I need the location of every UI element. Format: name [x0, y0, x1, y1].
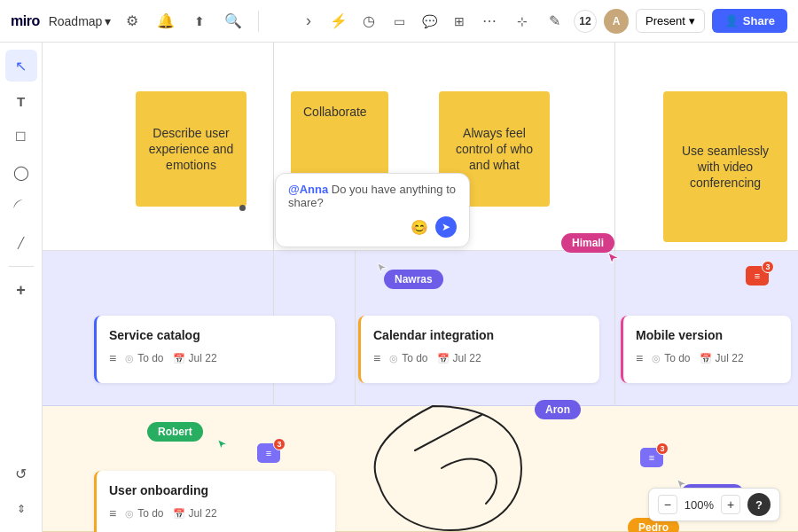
menu-icon: ≡ [109, 351, 116, 365]
zoom-plus-button[interactable]: + [721, 495, 740, 514]
timer-icon[interactable]: ◷ [356, 9, 381, 34]
tool-text[interactable]: T [5, 85, 37, 117]
send-button[interactable]: ➤ [435, 216, 457, 238]
svg-marker-1 [378, 263, 387, 273]
task-card-onboarding[interactable]: User onboarding ≡ ◎ To do 📅 Jul 22 [94, 471, 335, 532]
lightning-icon[interactable]: ⚡ [326, 9, 351, 34]
divider [258, 11, 259, 32]
comment-text: @Anna Do you have anything to share? [288, 183, 457, 209]
date-label: Jul 22 [716, 352, 744, 364]
task-title: User onboarding [109, 483, 323, 497]
task-title: Service catalog [109, 328, 323, 342]
svg-marker-2 [218, 440, 228, 450]
avatar[interactable]: A [604, 9, 629, 34]
comment-icon-symbol: ≡ [266, 448, 271, 458]
task-card-mobile[interactable]: Mobile version ≡ ◎ To do 📅 Jul 22 [621, 316, 791, 383]
chevron-down-icon: ▾ [689, 14, 695, 27]
date-label: Jul 22 [453, 352, 481, 364]
share-button[interactable]: 👤 Share [712, 9, 787, 33]
date-item: 📅 Jul 22 [173, 507, 217, 520]
frame-icon[interactable]: ▭ [387, 9, 411, 34]
status-item: ◎ To do [125, 507, 163, 520]
chat-icon[interactable]: 💬 [417, 9, 442, 34]
present-button[interactable]: Present ▾ [636, 9, 705, 33]
comment-actions: 😊 ➤ [288, 216, 457, 238]
v-divider-4 [355, 251, 356, 406]
nav-left-icon[interactable]: › [296, 9, 321, 34]
tool-expand[interactable]: ⇕ [5, 493, 37, 525]
canvas[interactable]: Describe user experience and emotions Co… [43, 43, 798, 532]
sticky-note-1[interactable]: Describe user experience and emotions [136, 91, 246, 207]
svg-marker-0 [608, 253, 619, 263]
pen-icon[interactable]: ✎ [542, 9, 567, 34]
menu-icon: ≡ [636, 351, 643, 365]
comment-icon-3[interactable]: ≡ 3 [640, 448, 663, 467]
status-icon: ◎ [389, 353, 398, 364]
status-label: To do [664, 352, 690, 364]
v-divider-2 [614, 43, 615, 251]
comment-icon-1[interactable]: ≡ 3 [746, 266, 769, 286]
task-card-service-catalog[interactable]: Service catalog ≡ ◎ To do 📅 Jul 22 [94, 316, 335, 383]
user-label-robert: Robert [147, 422, 203, 442]
topbar: miro Roadmap ▾ ⚙ 🔔 ⬆ 🔍 › ⚡ ◷ ▭ 💬 ⊞ ⋯ ⊹ ✎… [0, 0, 798, 43]
calendar-icon: 📅 [173, 508, 185, 520]
send-icon: ➤ [442, 221, 450, 233]
status-label: To do [137, 352, 163, 364]
calendar-icon: 📅 [700, 353, 712, 364]
emoji-icon[interactable]: 😊 [411, 219, 428, 236]
sticky-note-2[interactable]: Collaborate [291, 91, 388, 176]
task-meta: ≡ ◎ To do 📅 Jul 22 [109, 351, 323, 365]
task-meta: ≡ ◎ To do 📅 Jul 22 [373, 351, 587, 365]
tool-select[interactable]: ↖ [5, 50, 37, 82]
tool-shape[interactable]: ◯ [5, 156, 37, 188]
status-icon: ◎ [125, 353, 134, 364]
date-item: 📅 Jul 22 [437, 352, 481, 364]
grid-icon[interactable]: ⊞ [447, 9, 472, 34]
search-icon[interactable]: 🔍 [221, 9, 246, 34]
user-label-himali: Himali [561, 233, 614, 253]
sticky-note-4[interactable]: Use seamlessly with video conferencing [663, 91, 787, 242]
tool-line[interactable]: ╱ [5, 227, 37, 259]
topbar-center-tools: › ⚡ ◷ ▭ 💬 ⊞ ⋯ [296, 9, 502, 34]
comment-icon-symbol: ≡ [755, 270, 760, 281]
user-label-aron: Aron [535, 400, 581, 419]
tool-add[interactable]: + [5, 274, 37, 306]
calendar-icon: 📅 [437, 353, 450, 364]
status-item: ◎ To do [389, 352, 427, 364]
zoom-bar: − 100% + ? [648, 488, 780, 521]
user-label-nawras: Nawras [384, 270, 443, 289]
date-label: Jul 22 [189, 352, 217, 364]
task-meta: ≡ ◎ To do 📅 Jul 22 [109, 506, 323, 520]
tool-sticky[interactable]: ☐ [5, 121, 37, 153]
tool-undo[interactable]: ↺ [5, 458, 37, 489]
comment-badge-1: 3 [762, 261, 774, 273]
status-label: To do [402, 352, 427, 364]
roadmap-title[interactable]: Roadmap ▾ [49, 14, 112, 28]
task-meta: ≡ ◎ To do 📅 Jul 22 [636, 351, 778, 365]
comment-icon-symbol: ≡ [649, 452, 654, 463]
zoom-minus-button[interactable]: − [658, 495, 677, 514]
chevron-down-icon: ▾ [105, 14, 111, 28]
tool-pen[interactable]: ⌒ [0, 185, 43, 231]
date-label: Jul 22 [189, 507, 217, 520]
cursor-robert [216, 438, 229, 450]
more-icon[interactable]: ⋯ [477, 9, 502, 34]
menu-icon: ≡ [373, 351, 380, 365]
sidebar-separator [9, 266, 34, 267]
bell-icon[interactable]: 🔔 [153, 9, 178, 34]
help-button[interactable]: ? [747, 493, 771, 516]
v-divider-3 [614, 251, 615, 406]
calendar-icon: 📅 [173, 353, 185, 364]
status-item: ◎ To do [652, 352, 690, 364]
upload-icon[interactable]: ⬆ [187, 9, 212, 34]
share-icon: 👤 [724, 14, 739, 27]
comment-bubble[interactable]: @Anna Do you have anything to share? 😊 ➤ [275, 173, 470, 247]
app-logo: miro [11, 13, 40, 29]
comment-icon-2[interactable]: ≡ 3 [257, 443, 280, 463]
task-card-calendar[interactable]: Calendar integration ≡ ◎ To do 📅 Jul 22 [358, 316, 599, 383]
settings-icon[interactable]: ⚙ [120, 9, 145, 34]
tools-icon[interactable]: ⊹ [510, 9, 535, 34]
task-title: Calendar integration [373, 328, 587, 342]
collaborator-count[interactable]: 12 [574, 10, 597, 33]
zoom-level: 100% [685, 498, 714, 512]
